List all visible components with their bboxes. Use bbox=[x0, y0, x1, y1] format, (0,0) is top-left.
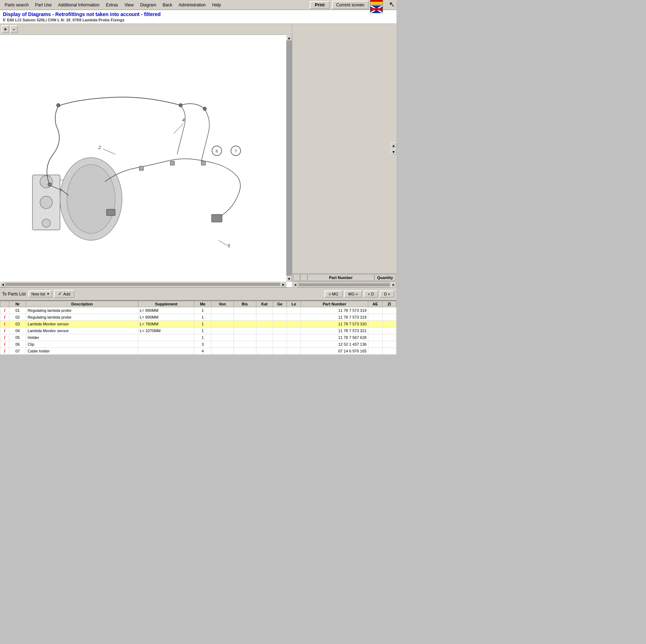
table-cell: 11 78 7 573 321 bbox=[301, 328, 368, 334]
right-scroll-right[interactable]: ► bbox=[391, 282, 396, 288]
table-cell bbox=[256, 341, 273, 348]
table-cell: 03 bbox=[9, 321, 26, 328]
info-icon: i bbox=[4, 321, 5, 326]
info-icon: i bbox=[4, 315, 5, 320]
menu-administration[interactable]: Administration bbox=[175, 1, 209, 9]
zoom-out-button[interactable]: - bbox=[10, 25, 18, 33]
info-icon: i bbox=[4, 342, 5, 347]
table-cell: 11 78 7 567 628 bbox=[301, 334, 368, 341]
table-row[interactable]: i06Clip312 52 1 437 136 bbox=[0, 341, 396, 348]
table-cell: Regulating lambda probe bbox=[26, 307, 138, 314]
table-cell: L= 890MM bbox=[138, 314, 194, 321]
svg-text:7: 7 bbox=[235, 149, 237, 153]
th-kat: Kat bbox=[256, 301, 273, 307]
right-scroll-left[interactable]: ◄ bbox=[292, 282, 298, 288]
table-cell: 11 78 7 573 319 bbox=[301, 307, 368, 314]
th-le: Le bbox=[287, 301, 301, 307]
svg-point-20 bbox=[67, 165, 115, 233]
svg-text:2: 2 bbox=[98, 145, 101, 150]
table-cell bbox=[273, 341, 287, 348]
table-cell bbox=[234, 328, 256, 334]
menu-view[interactable]: View bbox=[121, 1, 137, 9]
menu-help[interactable]: Help bbox=[209, 1, 224, 9]
zoom-controls: + - bbox=[0, 24, 292, 35]
right-scroll-up[interactable]: ▲ bbox=[391, 143, 396, 148]
table-row[interactable]: i04Lambda Monitor sensorL= 1070MM111 78 … bbox=[0, 328, 396, 334]
parts-table-header-row: Nr Description Supplement Me Von Bis Kat… bbox=[0, 301, 396, 307]
table-row[interactable]: i01Regulating lambda probeL= 890MM111 78… bbox=[0, 307, 396, 314]
table-cell: 11 78 7 573 319 bbox=[301, 314, 368, 321]
table-cell bbox=[368, 348, 382, 355]
parts-list-table: Nr Description Supplement Me Von Bis Kat… bbox=[0, 300, 396, 355]
svg-rect-0 bbox=[8, 58, 284, 264]
table-cell: 01 bbox=[9, 307, 26, 314]
table-cell: Regulating lambda probe bbox=[26, 314, 138, 321]
flag-de-button[interactable] bbox=[370, 0, 383, 5]
print-button[interactable]: Print bbox=[310, 1, 329, 9]
table-cell bbox=[382, 341, 396, 348]
menu-extras[interactable]: Extras bbox=[103, 1, 121, 9]
table-row[interactable]: i05Holder111 78 7 567 628 bbox=[0, 334, 396, 341]
table-cell bbox=[138, 341, 194, 348]
table-cell: 4 bbox=[194, 348, 211, 355]
to-parts-list-label: To Parts List bbox=[2, 292, 26, 297]
table-cell: 12 52 1 437 136 bbox=[301, 341, 368, 348]
table-cell: Holder bbox=[26, 334, 138, 341]
menu-parts-search[interactable]: Parts search bbox=[1, 1, 32, 9]
table-cell: i bbox=[0, 314, 9, 321]
table-cell bbox=[211, 348, 234, 355]
page-subtitle: 5' E60 LCI Saloon 520Li CHN L N: 18_0769… bbox=[3, 18, 394, 22]
svg-text:5: 5 bbox=[227, 243, 230, 248]
table-cell: 1 bbox=[194, 314, 211, 321]
diagram-area[interactable]: ▲ ▼ ◄ ► 1 2 bbox=[0, 35, 292, 287]
nav-next-mg-button[interactable]: MG » bbox=[344, 290, 362, 298]
zoom-in-button[interactable]: + bbox=[1, 25, 9, 33]
menu-bar: Parts search Part Use Additional Informa… bbox=[0, 0, 396, 10]
table-cell: L= 780MM bbox=[138, 321, 194, 328]
table-cell bbox=[234, 321, 256, 328]
table-cell: 1 bbox=[194, 328, 211, 334]
svg-point-23 bbox=[48, 183, 51, 186]
table-cell bbox=[256, 307, 273, 314]
menu-additional-info[interactable]: Additional Information bbox=[55, 1, 103, 9]
table-cell: Cable holder bbox=[26, 348, 138, 355]
table-cell: i bbox=[0, 307, 9, 314]
menu-part-use[interactable]: Part Use bbox=[32, 1, 55, 9]
svg-text:4: 4 bbox=[182, 117, 185, 123]
th-pn: Part Number bbox=[301, 301, 368, 307]
menu-back[interactable]: Back bbox=[159, 1, 175, 9]
table-row[interactable]: i02Regulating lambda probeL= 890MM111 78… bbox=[0, 314, 396, 321]
table-cell bbox=[382, 307, 396, 314]
add-button[interactable]: ✔ Add bbox=[54, 290, 75, 298]
svg-text:6: 6 bbox=[215, 149, 217, 153]
nav-prev-mg-button[interactable]: « MG bbox=[324, 290, 343, 298]
table-cell: 1 bbox=[194, 307, 211, 314]
table-cell: i bbox=[0, 321, 9, 328]
menu-diagram[interactable]: Diagram bbox=[137, 1, 159, 9]
current-screen-button[interactable]: Current screen bbox=[332, 1, 369, 9]
nav-next-d-button[interactable]: D » bbox=[380, 290, 394, 298]
table-cell bbox=[382, 328, 396, 334]
diagram-panel: + - ▲ ▼ ◄ ► 1 bbox=[0, 24, 292, 287]
table-cell bbox=[234, 314, 256, 321]
table-row[interactable]: i07Cable holder407 14 6 976 165 bbox=[0, 348, 396, 355]
table-cell bbox=[234, 307, 256, 314]
main-layout: + - ▲ ▼ ◄ ► 1 bbox=[0, 24, 396, 287]
right-scroll-h[interactable]: ◄ ► bbox=[292, 282, 396, 287]
table-cell: i bbox=[0, 334, 9, 341]
svg-rect-27 bbox=[139, 166, 143, 171]
nav-prev-d-button[interactable]: « D bbox=[364, 290, 378, 298]
table-cell bbox=[211, 314, 234, 321]
table-cell: 02 bbox=[9, 314, 26, 321]
right-scroll-down[interactable]: ▼ bbox=[391, 149, 396, 155]
info-icon: i bbox=[4, 335, 5, 340]
add-checkmark-icon: ✔ bbox=[58, 291, 62, 297]
table-cell bbox=[138, 334, 194, 341]
new-list-button[interactable]: New list ▼ bbox=[29, 290, 52, 298]
flag-uk-button[interactable] bbox=[370, 5, 383, 13]
table-cell bbox=[211, 334, 234, 341]
table-row[interactable]: i03Lambda Monitor sensorL= 780MM111 78 7… bbox=[0, 321, 396, 328]
right-scroll-arrows: ▲ ▼ bbox=[391, 143, 396, 155]
info-icon: i bbox=[4, 349, 5, 354]
th-desc: Description bbox=[26, 301, 138, 307]
